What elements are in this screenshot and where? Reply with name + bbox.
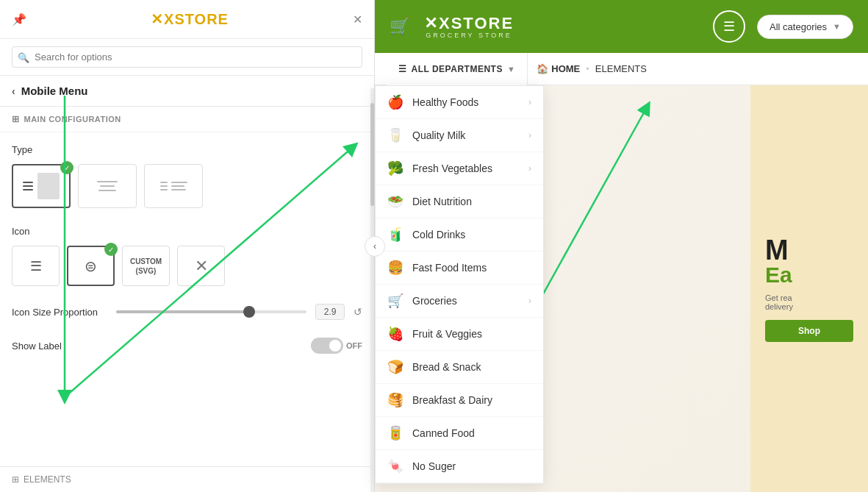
menu-item-groceries[interactable]: 🛒 Groceries › bbox=[376, 285, 543, 318]
menu-item-canned-food[interactable]: 🥫 Canned Food bbox=[376, 417, 543, 450]
departments-label: ALL DEPARTMENTS bbox=[412, 64, 503, 74]
scroll-track bbox=[370, 88, 374, 492]
icon-option-circle[interactable]: ✓ ⊜ bbox=[67, 246, 115, 286]
cart-icon: 🛒 bbox=[390, 17, 409, 36]
icon-option-close[interactable]: ✕ bbox=[177, 246, 225, 286]
back-arrow-icon: ‹ bbox=[12, 85, 15, 97]
menu-item-healthy-foods[interactable]: 🍎 Healthy Foods › bbox=[376, 86, 543, 119]
menu-circle-button[interactable]: ☰ bbox=[713, 10, 745, 43]
hero-desc: Get readelivery bbox=[765, 293, 853, 311]
type-options: ✓ bbox=[12, 164, 362, 208]
categories-dropdown[interactable]: All categories ▼ bbox=[757, 15, 853, 39]
cold-drinks-icon: 🧃 bbox=[387, 227, 403, 243]
menu-item-label-bread-snack: Bread & Snack bbox=[412, 361, 531, 373]
bread-snack-icon: 🍞 bbox=[387, 359, 403, 375]
type-option-2[interactable] bbox=[78, 164, 137, 208]
grid-icon: ⊞ bbox=[12, 114, 20, 124]
nav-bar: ☰ ALL DEPARTMENTS ▼ 🏠 HOME • ELEMENTS 🍎 … bbox=[375, 53, 868, 85]
circle-menu-icon: ⊜ bbox=[85, 257, 97, 275]
section-title: ⊞ MAIN CONFIGURATION bbox=[0, 107, 374, 132]
search-bar: 🔍 bbox=[0, 39, 374, 76]
menu-arrow-icon-2: › bbox=[528, 130, 531, 140]
menu-item-fresh-veg[interactable]: 🥦 Fresh Vegetables › bbox=[376, 152, 543, 185]
menu-item-label-healthy-foods: Healthy Foods bbox=[412, 96, 520, 108]
panel-content: Type ✓ bbox=[0, 132, 374, 466]
toggle-switch[interactable]: OFF bbox=[311, 338, 362, 354]
scroll-thumb bbox=[370, 103, 374, 206]
icon-option-hamburger[interactable]: ☰ bbox=[12, 246, 60, 286]
nav-separator: • bbox=[586, 63, 589, 74]
type-option-1-check: ✓ bbox=[60, 161, 73, 174]
home-nav-link[interactable]: HOME bbox=[551, 63, 580, 74]
menu-arrow-icon: › bbox=[528, 97, 531, 107]
close-x-icon: ✕ bbox=[195, 257, 208, 276]
slider-fill bbox=[116, 310, 249, 313]
toggle-state-label: OFF bbox=[346, 341, 362, 350]
fast-food-icon: 🍔 bbox=[387, 260, 403, 276]
categories-chevron-icon: ▼ bbox=[833, 22, 841, 31]
hero-content: M Ea Get readelivery Shop bbox=[750, 85, 868, 492]
menu-item-label-cold-drinks: Cold Drinks bbox=[412, 229, 531, 240]
hamburger-icon: ☰ bbox=[30, 258, 42, 274]
menu-item-label-no-suger: No Suger bbox=[412, 460, 531, 472]
close-icon[interactable]: ✕ bbox=[353, 13, 362, 26]
menu-item-label-breakfast-dairy: Breakfast & Dairy bbox=[412, 394, 531, 406]
menu-item-cold-drinks[interactable]: 🧃 Cold Drinks bbox=[376, 218, 543, 252]
menu-item-label-groceries: Groceries bbox=[412, 295, 520, 307]
menu-item-fast-food[interactable]: 🍔 Fast Food Items bbox=[376, 252, 543, 285]
panel-logo: ✕XSTORE bbox=[151, 10, 229, 28]
icon-options: ☰ ✓ ⊜ CUSTOM(SVG) ✕ bbox=[12, 246, 362, 286]
slider-row: Icon Size Proportion 2.9 ↺ bbox=[12, 304, 362, 320]
right-panel: ‹ 🛒 ✕XSTORE GROCERY STORE ☰ All categori… bbox=[375, 0, 868, 492]
left-panel: 📌 ✕XSTORE ✕ 🔍 ‹ Mobile Menu ⊞ MAIN CONFI… bbox=[0, 0, 375, 492]
store-logo-area: ✕XSTORE GROCERY STORE bbox=[424, 14, 514, 39]
shop-button[interactable]: Shop bbox=[765, 320, 853, 342]
menu-item-no-suger[interactable]: 🍬 No Suger bbox=[376, 450, 543, 483]
hamburger-nav-icon: ☰ bbox=[398, 64, 407, 74]
menu-item-fruit-veggies[interactable]: 🍓 Fruit & Veggies bbox=[376, 318, 543, 351]
quality-milk-icon: 🥛 bbox=[387, 127, 403, 143]
menu-item-label-fast-food: Fast Food Items bbox=[412, 262, 531, 274]
icon-option-custom-svg[interactable]: CUSTOM(SVG) bbox=[122, 246, 170, 286]
nav-links: 🏠 HOME • ELEMENTS bbox=[528, 63, 647, 74]
collapse-button[interactable]: ‹ bbox=[365, 236, 385, 257]
departments-button[interactable]: ☰ ALL DEPARTMENTS ▼ bbox=[387, 53, 528, 85]
fruit-veggies-icon: 🍓 bbox=[387, 326, 403, 342]
menu-item-breakfast-dairy[interactable]: 🥞 Breakfast & Dairy bbox=[376, 384, 543, 417]
menu-item-label-canned-food: Canned Food bbox=[412, 427, 531, 439]
panel-header: 📌 ✕XSTORE ✕ bbox=[0, 0, 374, 39]
no-suger-icon: 🍬 bbox=[387, 458, 403, 474]
panel-footer: ⊞ ELEMENTS bbox=[0, 466, 374, 492]
dropdown-menu: 🍎 Healthy Foods › 🥛 Quality Milk › 🥦 Fre… bbox=[375, 85, 544, 484]
menu-item-bread-snack[interactable]: 🍞 Bread & Snack bbox=[376, 351, 543, 384]
type-option-1[interactable]: ✓ bbox=[12, 164, 71, 208]
fresh-veg-icon: 🥦 bbox=[387, 160, 403, 177]
pin-icon[interactable]: 📌 bbox=[12, 13, 26, 26]
grid-footer-icon: ⊞ bbox=[12, 474, 19, 485]
menu-item-diet-nutrition[interactable]: 🥗 Diet Nutrition bbox=[376, 185, 543, 218]
slider-thumb[interactable] bbox=[243, 306, 255, 318]
groceries-icon: 🛒 bbox=[387, 293, 403, 309]
menu-item-label-fruit-veggies: Fruit & Veggies bbox=[412, 328, 531, 340]
type-option-3[interactable] bbox=[144, 164, 203, 208]
slider-reset-icon[interactable]: ↺ bbox=[354, 306, 362, 318]
slider-value: 2.9 bbox=[315, 304, 345, 320]
menu-arrow-icon-3: › bbox=[528, 163, 531, 174]
home-icon: 🏠 bbox=[537, 63, 548, 74]
section-title-label: MAIN CONFIGURATION bbox=[24, 115, 121, 124]
back-nav[interactable]: ‹ Mobile Menu bbox=[0, 76, 374, 107]
departments-chevron-icon: ▼ bbox=[507, 65, 515, 74]
toggle-background bbox=[311, 338, 343, 354]
icon-label: Icon bbox=[12, 226, 362, 237]
slider-track[interactable] bbox=[116, 310, 306, 313]
search-input[interactable] bbox=[12, 46, 362, 68]
categories-label: All categories bbox=[770, 21, 827, 32]
hero-subtitle: Ea bbox=[765, 264, 853, 286]
toggle-knob bbox=[329, 340, 341, 352]
canned-food-icon: 🥫 bbox=[387, 425, 403, 441]
elements-nav-link[interactable]: ELEMENTS bbox=[595, 63, 647, 74]
store-logo-text: ✕XSTORE bbox=[424, 14, 514, 33]
show-label-row: Show Label OFF bbox=[12, 335, 362, 357]
menu-item-quality-milk[interactable]: 🥛 Quality Milk › bbox=[376, 119, 543, 152]
back-nav-label: Mobile Menu bbox=[21, 85, 88, 97]
